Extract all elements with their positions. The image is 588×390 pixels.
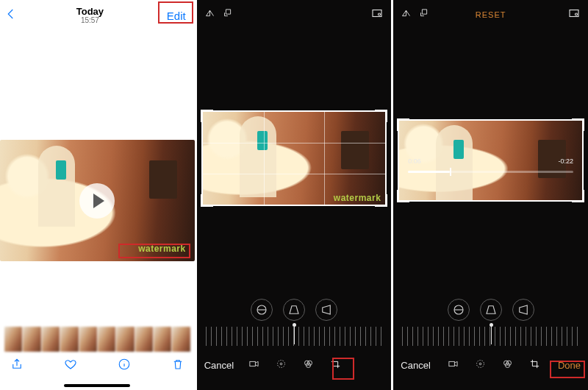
adjust-icon: [276, 358, 287, 369]
mode-crop-button[interactable]: [330, 358, 341, 372]
rotate-icon: [223, 8, 234, 19]
svg-point-2: [379, 13, 381, 15]
mode-video-button[interactable]: [248, 358, 259, 372]
straighten-button[interactable]: [448, 299, 470, 321]
svg-point-5: [278, 360, 285, 367]
filters-icon: [502, 358, 513, 369]
edit-mode-tabs: [431, 358, 558, 372]
title-time: 15:57: [18, 17, 162, 25]
filters-icon: [303, 358, 314, 369]
watermark-label: watermark: [138, 244, 186, 254]
straighten-button[interactable]: [251, 299, 273, 321]
aspect-button[interactable]: [370, 7, 384, 23]
share-button[interactable]: [10, 358, 24, 374]
rotate-button[interactable]: [223, 8, 234, 22]
svg-point-6: [280, 363, 282, 365]
video-preview[interactable]: watermark: [0, 140, 195, 261]
svg-point-15: [480, 363, 482, 365]
trash-icon: [171, 358, 184, 371]
crop-icon: [330, 358, 341, 369]
angle-ruler[interactable]: [402, 327, 579, 346]
info-icon: [118, 358, 131, 371]
mode-crop-button[interactable]: [529, 358, 540, 372]
cancel-button[interactable]: Cancel: [204, 360, 234, 371]
edit-mode-tabs: [234, 358, 356, 372]
horizontal-skew-icon: [320, 303, 333, 316]
vertical-skew-button[interactable]: [283, 299, 305, 321]
vertical-skew-icon: [287, 303, 301, 316]
crop-bottom-bar: Cancel: [197, 355, 392, 375]
trim-bar[interactable]: 0:06 -0:22: [408, 171, 573, 173]
crop-top-bar: RESET: [393, 4, 588, 25]
svg-rect-13: [449, 361, 455, 366]
reset-button[interactable]: RESET: [393, 10, 588, 19]
done-button[interactable]: Done: [558, 360, 581, 371]
home-indicator: [64, 384, 130, 387]
video-icon: [248, 358, 259, 369]
angle-ruler[interactable]: [206, 327, 383, 346]
heart-icon: [64, 358, 77, 371]
mode-adjust-button[interactable]: [475, 358, 486, 372]
cancel-button[interactable]: Cancel: [401, 360, 430, 371]
crop-bottom-bar: Cancel Done: [393, 355, 588, 375]
crop-frame[interactable]: [201, 110, 387, 206]
video-icon: [448, 358, 459, 369]
adjust-icon: [475, 358, 486, 369]
horizontal-skew-button[interactable]: [512, 299, 534, 321]
horizontal-skew-icon: [517, 303, 530, 316]
mode-adjust-button[interactable]: [276, 358, 287, 372]
svg-rect-4: [250, 361, 256, 366]
title-area: Today 15:57: [18, 7, 162, 24]
photos-viewer-screen: Today 15:57 Edit watermark: [0, 0, 195, 390]
viewer-top-bar: Today 15:57 Edit: [0, 0, 195, 28]
chevron-left-icon: [4, 7, 18, 21]
straighten-bar: [393, 299, 588, 321]
vertical-skew-icon: [484, 303, 498, 316]
viewer-toolbar: [0, 353, 195, 378]
aspect-icon: [370, 7, 384, 20]
straighten-bar: [197, 299, 392, 321]
flip-button[interactable]: [204, 8, 215, 22]
edit-button[interactable]: Edit: [162, 7, 190, 25]
mode-filters-button[interactable]: [303, 358, 314, 372]
straighten-icon: [452, 303, 465, 316]
timeline-thumbnails[interactable]: [0, 327, 195, 352]
crop-top-bar: [197, 4, 392, 25]
straighten-icon: [255, 303, 268, 316]
info-button[interactable]: [118, 358, 131, 374]
trim-start-label: 0:06: [408, 157, 421, 165]
play-button[interactable]: [79, 183, 115, 219]
mode-filters-button[interactable]: [502, 358, 513, 372]
title-label: Today: [18, 7, 162, 17]
crop-done-screen: RESET 0:06 -0:22 Cancel Done: [393, 0, 588, 390]
favorite-button[interactable]: [64, 358, 77, 374]
share-icon: [10, 358, 24, 371]
flip-icon: [204, 8, 215, 19]
svg-point-14: [477, 360, 484, 367]
crop-frame[interactable]: [398, 119, 584, 202]
mode-video-button[interactable]: [448, 358, 459, 372]
crop-icon: [529, 358, 540, 369]
delete-button[interactable]: [171, 358, 184, 374]
trim-end-label: -0:22: [559, 157, 574, 165]
back-button[interactable]: [4, 7, 18, 24]
horizontal-skew-button[interactable]: [315, 299, 337, 321]
vertical-skew-button[interactable]: [480, 299, 502, 321]
crop-editor-screen: watermark Cancel: [197, 0, 392, 390]
